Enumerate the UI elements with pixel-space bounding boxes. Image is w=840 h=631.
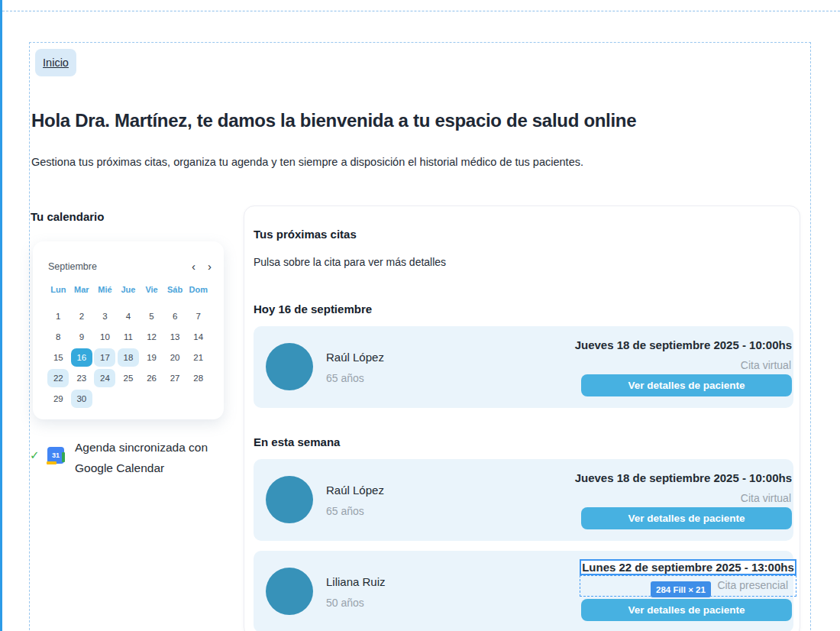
calendar-day-4[interactable]: 4 [118, 307, 139, 325]
google-calendar-icon: 31 [47, 447, 64, 464]
view-patient-details-button[interactable]: Ver detalles de paciente [581, 599, 792, 621]
patient-age: 50 años [326, 597, 364, 609]
patient-name: Raúl López [326, 484, 384, 497]
google-sync-status: Agenda sincronizada con Google Calendar [75, 437, 224, 478]
calendar-day-15[interactable]: 15 [47, 348, 69, 367]
patient-name: Raúl López [326, 351, 384, 364]
calendar-day-26[interactable]: 26 [141, 369, 163, 387]
calendar-day-7[interactable]: 7 [188, 307, 209, 325]
inspector-measurement-badge: 284 Fill × 21 [651, 581, 711, 597]
appointment-type: Cita virtual [741, 492, 791, 504]
calendar-day-30[interactable]: 30 [71, 390, 92, 408]
inspector-selection-box: Lunes 22 de septiembre 2025 - 13:00hs [580, 559, 796, 575]
patient-avatar [266, 343, 313, 390]
appointment-card-raul-week[interactable]: Raúl López 65 años Jueves 18 de septiemb… [254, 459, 793, 541]
calendar-widget: Septiembre ‹ › Lun Mar Mié Jue Vie Sáb D… [33, 241, 224, 419]
appointment-datetime: Jueves 18 de septiembre 2025 - 10:00hs [575, 338, 792, 351]
calendar-day-24[interactable]: 24 [94, 369, 115, 387]
appointments-panel: Tus próximas citas Pulsa sobre la cita p… [244, 205, 800, 631]
appointment-type: Cita virtual [741, 359, 791, 371]
inicio-link[interactable]: Inicio [43, 57, 69, 69]
check-icon: ✓ [30, 448, 40, 462]
top-dashed-divider [2, 11, 840, 11]
calendar-day-8[interactable]: 8 [47, 328, 69, 346]
appointment-datetime: Jueves 18 de septiembre 2025 - 10:00hs [575, 471, 792, 484]
patient-avatar [266, 476, 313, 523]
main-content-frame: Inicio Hola Dra. Martínez, te damos la b… [29, 42, 811, 631]
view-patient-details-button[interactable]: Ver detalles de paciente [581, 374, 792, 396]
calendar-days-grid: 1234567891011121314151617181920212223242… [47, 306, 210, 409]
patient-age: 65 años [326, 505, 364, 517]
calendar-nav: ‹ › [192, 262, 212, 271]
appointments-title: Tus próximas citas [254, 228, 357, 241]
weekday-sab: Sáb [167, 285, 183, 294]
chevron-left-icon[interactable]: ‹ [192, 262, 195, 271]
view-patient-details-button[interactable]: Ver detalles de paciente [581, 507, 792, 529]
calendar-day-5[interactable]: 5 [141, 307, 163, 325]
calendar-day-2[interactable]: 2 [71, 307, 92, 325]
calendar-month-label: Septiembre [48, 261, 97, 272]
section-heading-today: Hoy 16 de septiembre [254, 303, 372, 316]
calendar-day-3[interactable]: 3 [94, 307, 115, 325]
appointment-card-raul-today[interactable]: Raúl López 65 años Jueves 18 de septiemb… [254, 326, 793, 408]
section-heading-week: En esta semana [254, 435, 340, 448]
patient-avatar [266, 568, 313, 615]
calendar-day-18[interactable]: 18 [118, 348, 139, 367]
calendar-day-28[interactable]: 28 [188, 369, 209, 387]
calendar-day-12[interactable]: 12 [141, 328, 163, 346]
calendar-header: Septiembre ‹ › [48, 261, 212, 272]
appointment-datetime: Lunes 22 de septiembre 2025 - 13:00hs [582, 561, 794, 574]
calendar-day-20[interactable]: 20 [164, 348, 186, 367]
page-subtitle: Gestiona tus próximas citas, organiza tu… [31, 156, 583, 168]
calendar-day-22[interactable]: 22 [47, 369, 69, 387]
calendar-day-19[interactable]: 19 [141, 348, 163, 367]
calendar-weekday-row: Lun Mar Mié Jue Vie Sáb Dom [47, 285, 210, 294]
calendar-day-16[interactable]: 16 [71, 348, 92, 367]
calendar-day-23[interactable]: 23 [71, 369, 92, 387]
inspector-dashed-box: Cita presencial 284 Fill × 21 [580, 575, 796, 597]
patient-name: Liliana Ruiz [326, 575, 386, 588]
weekday-mar: Mar [74, 285, 89, 294]
calendar-day-17[interactable]: 17 [94, 348, 115, 367]
appointment-card-liliana[interactable]: Liliana Ruiz 50 años Lunes 22 de septiem… [254, 551, 793, 631]
google-calendar-icon-number: 31 [52, 451, 60, 459]
weekday-vie: Vie [145, 285, 157, 294]
breadcrumb[interactable]: Inicio [35, 49, 76, 76]
appointments-hint: Pulsa sobre la cita para ver más detalle… [254, 256, 446, 268]
weekday-dom: Dom [189, 285, 207, 294]
weekday-lun: Lun [50, 285, 66, 294]
calendar-day-25[interactable]: 25 [118, 369, 139, 387]
calendar-day-9[interactable]: 9 [71, 328, 92, 346]
calendar-day-13[interactable]: 13 [164, 328, 186, 346]
calendar-day-11[interactable]: 11 [118, 328, 139, 346]
calendar-day-10[interactable]: 10 [94, 328, 115, 346]
chevron-right-icon[interactable]: › [208, 262, 212, 271]
weekday-mie: Mié [98, 285, 111, 294]
weekday-jue: Jue [121, 285, 136, 294]
calendar-day-14[interactable]: 14 [188, 328, 209, 346]
appointment-type: Cita presencial [717, 579, 788, 591]
calendar-section-title: Tu calendario [31, 210, 104, 223]
calendar-day-29[interactable]: 29 [47, 390, 69, 408]
calendar-day-27[interactable]: 27 [164, 369, 186, 387]
dashboard-page: Inicio Hola Dra. Martínez, te damos la b… [0, 0, 840, 631]
patient-age: 65 años [326, 372, 364, 384]
left-accent-bar [0, 0, 2, 631]
calendar-day-21[interactable]: 21 [188, 348, 209, 367]
page-title: Hola Dra. Martínez, te damos la bienveni… [31, 110, 636, 131]
calendar-day-1[interactable]: 1 [47, 307, 69, 325]
calendar-day-6[interactable]: 6 [164, 307, 186, 325]
